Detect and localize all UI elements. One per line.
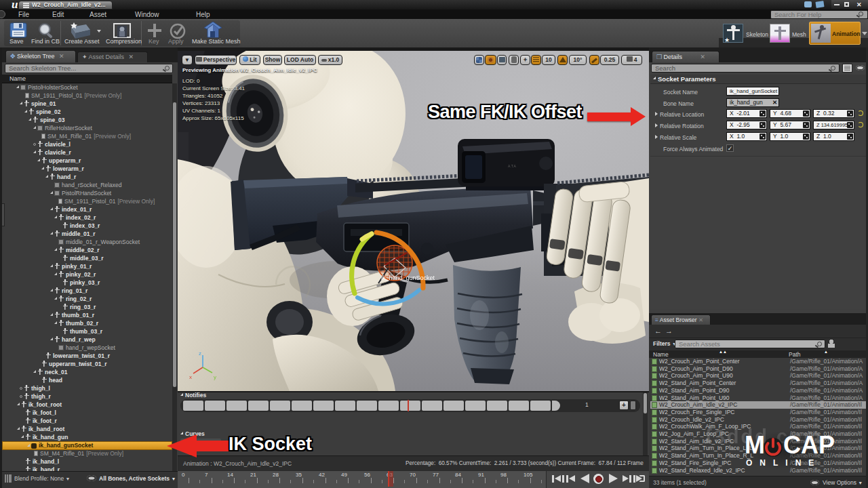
svg-text:x: x [189,374,192,380]
svg-text:A.T.A: A.T.A [508,164,517,168]
svg-text:ik_hand_gunSocket: ik_hand_gunSocket [381,274,435,281]
svg-text:z: z [199,350,201,357]
svg-text:y: y [214,374,216,380]
